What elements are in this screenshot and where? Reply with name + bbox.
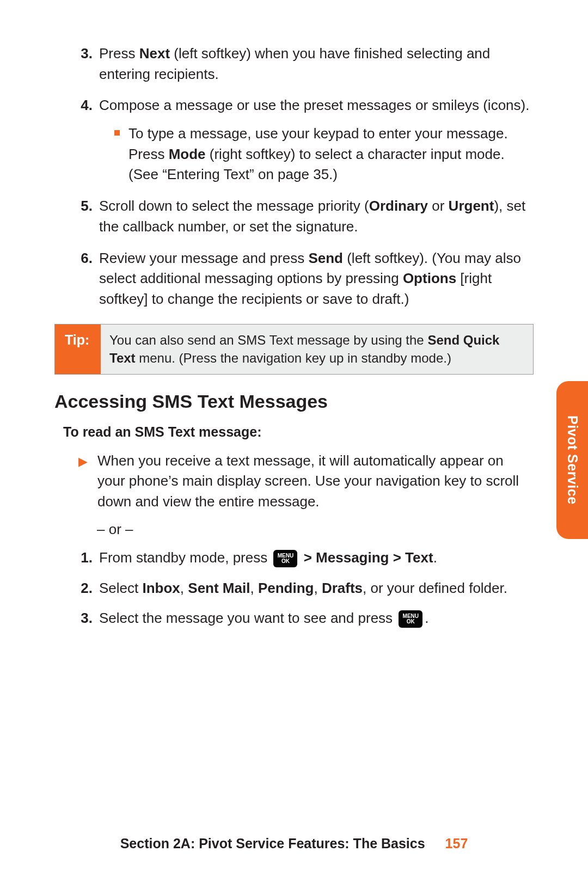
tip-box: Tip: You can also send an SMS Text messa… bbox=[54, 324, 534, 375]
step-number: 5. bbox=[76, 196, 99, 237]
upper-steps-list: 3.Press Next (left softkey) when you hav… bbox=[76, 44, 534, 310]
section-heading: Accessing SMS Text Messages bbox=[54, 391, 534, 412]
list-item: 2.Select Inbox, Sent Mail, Pending, Draf… bbox=[76, 578, 534, 599]
side-tab: Pivot Service bbox=[556, 381, 588, 539]
triangle-icon: ▶ bbox=[78, 453, 88, 512]
step-number: 1. bbox=[76, 548, 99, 568]
sub-bullet-text: To type a message, use your keypad to en… bbox=[128, 124, 534, 185]
section-subheading: To read an SMS Text message: bbox=[63, 424, 534, 440]
footer-page-number: 157 bbox=[445, 836, 468, 851]
sub-bullet: To type a message, use your keypad to en… bbox=[114, 124, 534, 185]
step-content: Scroll down to select the message priori… bbox=[99, 196, 534, 237]
step-content: Select Inbox, Sent Mail, Pending, Drafts… bbox=[99, 578, 507, 599]
triangle-bullet-item: ▶ When you receive a text message, it wi… bbox=[78, 451, 534, 512]
list-item: 5.Scroll down to select the message prio… bbox=[76, 196, 534, 237]
menu-ok-key-icon: MENUOK bbox=[273, 550, 297, 567]
list-item: 6.Review your message and press Send (le… bbox=[76, 248, 534, 310]
step-content: Select the message you want to see and p… bbox=[99, 608, 429, 629]
tip-label: Tip: bbox=[55, 324, 101, 374]
step-number: 4. bbox=[76, 95, 99, 185]
step-content: Review your message and press Send (left… bbox=[99, 248, 534, 310]
tip-content: You can also send an SMS Text message by… bbox=[101, 324, 533, 374]
step-number: 3. bbox=[76, 608, 99, 629]
triangle-text: When you receive a text message, it will… bbox=[97, 451, 534, 512]
list-item: 3.Select the message you want to see and… bbox=[76, 608, 534, 629]
list-item: 3.Press Next (left softkey) when you hav… bbox=[76, 44, 534, 84]
step-content: Compose a message or use the preset mess… bbox=[99, 95, 534, 185]
side-tab-label: Pivot Service bbox=[565, 415, 580, 505]
step-number: 2. bbox=[76, 578, 99, 599]
or-separator: – or – bbox=[97, 521, 534, 538]
step-number: 3. bbox=[76, 44, 99, 84]
lower-steps-list: 1.From standby mode, press MENUOK > Mess… bbox=[76, 548, 534, 629]
step-content: From standby mode, press MENUOK > Messag… bbox=[99, 548, 437, 568]
step-number: 6. bbox=[76, 248, 99, 310]
step-content: Press Next (left softkey) when you have … bbox=[99, 44, 534, 84]
list-item: 1.From standby mode, press MENUOK > Mess… bbox=[76, 548, 534, 568]
menu-ok-key-icon: MENUOK bbox=[399, 610, 422, 628]
square-bullet-icon bbox=[114, 130, 120, 136]
footer-section: Section 2A: Pivot Service Features: The … bbox=[120, 836, 425, 851]
list-item: 4.Compose a message or use the preset me… bbox=[76, 95, 534, 185]
page-footer: Section 2A: Pivot Service Features: The … bbox=[0, 836, 588, 852]
